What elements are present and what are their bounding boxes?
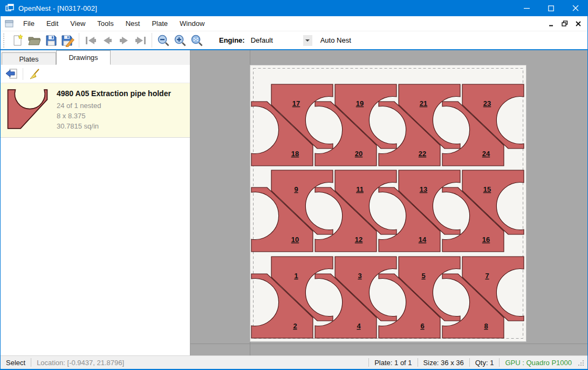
clear-button[interactable] bbox=[27, 66, 42, 82]
sidebar: Plates Drawings 4980 A05 Extraction pipe… bbox=[1, 50, 190, 355]
child-restore-button[interactable] bbox=[562, 21, 568, 26]
titlebar[interactable]: OpenNest - [N0317-002] bbox=[1, 0, 587, 16]
zoom-fit-icon bbox=[190, 34, 203, 47]
auto-nest-button[interactable]: Auto Nest bbox=[320, 36, 351, 44]
save-as-button[interactable] bbox=[59, 32, 76, 48]
menu-tools[interactable]: Tools bbox=[91, 17, 119, 30]
save-icon bbox=[45, 34, 58, 47]
part-number-label: 23 bbox=[483, 99, 491, 107]
menu-plate[interactable]: Plate bbox=[146, 17, 174, 30]
engine-dropdown-arrow[interactable] bbox=[303, 35, 312, 46]
zoom-in-button[interactable] bbox=[172, 32, 188, 48]
sidebar-tabstrip: Plates Drawings bbox=[1, 50, 190, 65]
nav-next-button[interactable] bbox=[115, 32, 132, 48]
part-number-label: 12 bbox=[355, 236, 363, 244]
main-toolbar: Engine: Default Auto Nest bbox=[1, 31, 587, 50]
tab-plates[interactable]: Plates bbox=[2, 52, 56, 65]
sidebar-toolbar bbox=[1, 65, 190, 83]
drawing-dimensions: 8 x 8.375 bbox=[57, 111, 171, 121]
part-thumbnail bbox=[7, 89, 48, 131]
child-minimize-button[interactable] bbox=[549, 21, 554, 26]
drawing-nested-info: 24 of 1 nested bbox=[57, 100, 171, 111]
maximize-button[interactable] bbox=[539, 0, 563, 16]
statusbar: Select Location: [-0.9437, 21.8796] Plat… bbox=[1, 355, 587, 369]
status-mode: Select bbox=[6, 359, 25, 367]
open-folder-icon bbox=[28, 34, 42, 47]
app-cascade-windows-icon bbox=[5, 4, 14, 12]
part-number-label: 17 bbox=[292, 99, 300, 107]
status-location: Location: [-0.9437, 21.8796] bbox=[37, 359, 124, 367]
zoom-out-icon bbox=[157, 34, 170, 47]
plate-bottom-extension-line bbox=[190, 344, 587, 344]
part-number-label: 20 bbox=[355, 150, 363, 158]
first-arrow-icon bbox=[84, 35, 98, 46]
part-number-label: 8 bbox=[484, 322, 488, 330]
status-gpu: GPU : Quadro P1000 bbox=[505, 359, 572, 367]
menu-window[interactable]: Window bbox=[174, 17, 210, 30]
part-number-label: 14 bbox=[419, 236, 427, 244]
page-back-arrow-icon bbox=[5, 68, 18, 80]
nav-first-button[interactable] bbox=[82, 32, 99, 48]
app-window: OpenNest - [N0317-002] File Edit View To… bbox=[0, 0, 588, 370]
part-number-label: 18 bbox=[291, 150, 299, 158]
mdi-document-icon[interactable] bbox=[5, 19, 14, 28]
part-number-label: 6 bbox=[420, 322, 424, 330]
part-number-label: 24 bbox=[482, 150, 490, 158]
engine-label: Engine: bbox=[219, 36, 245, 44]
part-number-label: 4 bbox=[357, 322, 361, 330]
menu-view[interactable]: View bbox=[64, 17, 91, 30]
menu-file[interactable]: File bbox=[17, 17, 40, 30]
part-number-label: 11 bbox=[356, 185, 364, 193]
drawing-title: 4980 A05 Extraction pipe holder bbox=[57, 89, 171, 98]
part-number-label: 3 bbox=[358, 272, 361, 280]
last-arrow-icon bbox=[134, 35, 148, 46]
drawing-area: 30.7815 sq/in bbox=[57, 121, 171, 131]
save-button[interactable] bbox=[43, 32, 59, 48]
menubar: File Edit View Tools Nest Plate Window bbox=[1, 16, 587, 31]
open-file-button[interactable] bbox=[26, 32, 43, 48]
part-number-label: 19 bbox=[356, 99, 364, 107]
status-size: Size: 36 x 36 bbox=[423, 359, 464, 367]
part-number-label: 7 bbox=[485, 272, 489, 280]
engine-selected-value: Default bbox=[249, 36, 303, 44]
send-back-button[interactable] bbox=[4, 66, 19, 82]
close-button[interactable] bbox=[563, 0, 587, 16]
plate-canvas[interactable]: 171819202122232491011121314151612345678 bbox=[250, 65, 527, 342]
menu-edit[interactable]: Edit bbox=[40, 17, 64, 30]
nesting-canvas[interactable]: 171819202122232491011121314151612345678 bbox=[190, 50, 587, 355]
new-file-button[interactable] bbox=[9, 32, 26, 48]
engine-select[interactable]: Default bbox=[249, 35, 312, 46]
status-plate: Plate: 1 of 1 bbox=[374, 359, 412, 367]
part-number-label: 9 bbox=[294, 185, 298, 193]
part-number-label: 10 bbox=[291, 236, 299, 244]
nav-prev-button[interactable] bbox=[99, 32, 115, 48]
drawing-list-item[interactable]: 4980 A05 Extraction pipe holder 24 of 1 … bbox=[1, 83, 190, 138]
content-area: Plates Drawings 4980 A05 Extraction pipe… bbox=[1, 50, 587, 355]
menu-nest[interactable]: Nest bbox=[120, 17, 146, 30]
part-number-label: 16 bbox=[482, 236, 490, 244]
save-as-icon bbox=[61, 34, 75, 47]
minimize-button[interactable] bbox=[515, 0, 539, 16]
next-arrow-icon bbox=[117, 35, 131, 46]
toolbar-grip[interactable] bbox=[3, 33, 7, 48]
part-number-label: 21 bbox=[420, 99, 427, 107]
part-number-label: 15 bbox=[483, 185, 491, 193]
part-number-label: 22 bbox=[419, 150, 426, 158]
zoom-out-button[interactable] bbox=[155, 32, 172, 48]
zoom-fit-button[interactable] bbox=[188, 32, 205, 48]
zoom-in-icon bbox=[174, 34, 187, 47]
new-file-icon bbox=[11, 34, 24, 47]
window-title: OpenNest - [N0317-002] bbox=[18, 4, 97, 12]
part-number-label: 2 bbox=[293, 322, 297, 330]
part-number-label: 13 bbox=[420, 185, 427, 193]
nav-last-button[interactable] bbox=[132, 32, 149, 48]
resize-grip[interactable] bbox=[577, 359, 584, 366]
tab-drawings[interactable]: Drawings bbox=[56, 50, 111, 65]
part-number-label: 5 bbox=[421, 272, 425, 280]
broom-icon bbox=[28, 68, 41, 80]
status-qty: Qty: 1 bbox=[475, 359, 494, 367]
part-number-label: 1 bbox=[294, 272, 298, 280]
child-close-button[interactable] bbox=[576, 21, 581, 26]
prev-arrow-icon bbox=[100, 35, 114, 46]
